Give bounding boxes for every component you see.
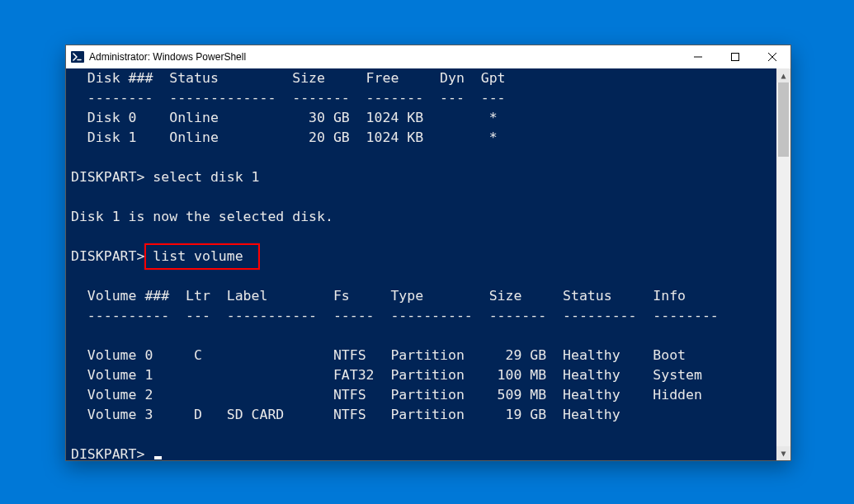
svg-rect-0 xyxy=(71,51,84,63)
blank-line xyxy=(66,425,776,445)
volume-row: Volume 1 FAT32 Partition 100 MB Healthy … xyxy=(66,365,776,385)
scroll-down-arrow-icon[interactable]: ▼ xyxy=(776,446,790,460)
minimize-button[interactable] xyxy=(679,45,716,68)
output-line: Disk 1 is now the selected disk. xyxy=(66,207,776,227)
close-button[interactable] xyxy=(753,45,790,68)
volume-table-header: Volume ### Ltr Label Fs Type Size Status… xyxy=(66,286,776,306)
titlebar[interactable]: Administrator: Windows PowerShell xyxy=(66,45,790,68)
volume-row: Volume 0 C NTFS Partition 29 GB Healthy … xyxy=(66,346,776,365)
volume-row: Volume 2 NTFS Partition 509 MB Healthy H… xyxy=(66,385,776,405)
powershell-window: Administrator: Windows PowerShell Disk #… xyxy=(65,45,791,461)
prompt-line: DISKPART> list volume xyxy=(66,247,776,266)
blank-line xyxy=(66,227,776,247)
scrollbar-thumb[interactable] xyxy=(778,82,789,157)
blank-line xyxy=(66,326,776,346)
disk-table-separator: -------- ------------- ------- ------- -… xyxy=(66,88,776,108)
volume-row: Volume 3 D SD CARD NTFS Partition 19 GB … xyxy=(66,405,776,425)
window-title: Administrator: Windows PowerShell xyxy=(89,51,679,63)
scroll-up-arrow-icon[interactable]: ▲ xyxy=(776,68,790,82)
volume-table-separator: ---------- --- ----------- ----- -------… xyxy=(66,306,776,326)
command-text: list volume xyxy=(153,248,243,264)
prompt-line: DISKPART> select disk 1 xyxy=(66,167,776,187)
window-controls xyxy=(679,45,790,68)
console-area[interactable]: Disk ### Status Size Free Dyn Gpt ------… xyxy=(66,68,790,460)
maximize-button[interactable] xyxy=(716,45,753,68)
prompt-line[interactable]: DISKPART> xyxy=(66,445,776,460)
prompt-prefix: DISKPART> xyxy=(71,446,153,460)
disk-row: Disk 0 Online 30 GB 1024 KB * xyxy=(66,108,776,128)
blank-line xyxy=(66,187,776,207)
svg-rect-3 xyxy=(731,54,738,61)
command-text: select disk 1 xyxy=(153,169,259,185)
disk-table-header: Disk ### Status Size Free Dyn Gpt xyxy=(66,68,776,88)
blank-line xyxy=(66,148,776,167)
blank-line xyxy=(66,266,776,286)
cursor-icon xyxy=(154,456,162,459)
disk-row: Disk 1 Online 20 GB 1024 KB * xyxy=(66,128,776,148)
prompt-prefix: DISKPART> xyxy=(71,248,153,264)
powershell-icon xyxy=(71,50,84,64)
prompt-prefix: DISKPART> xyxy=(71,169,153,185)
vertical-scrollbar[interactable]: ▲ ▼ xyxy=(776,68,790,460)
scrollbar-track[interactable] xyxy=(776,82,790,446)
